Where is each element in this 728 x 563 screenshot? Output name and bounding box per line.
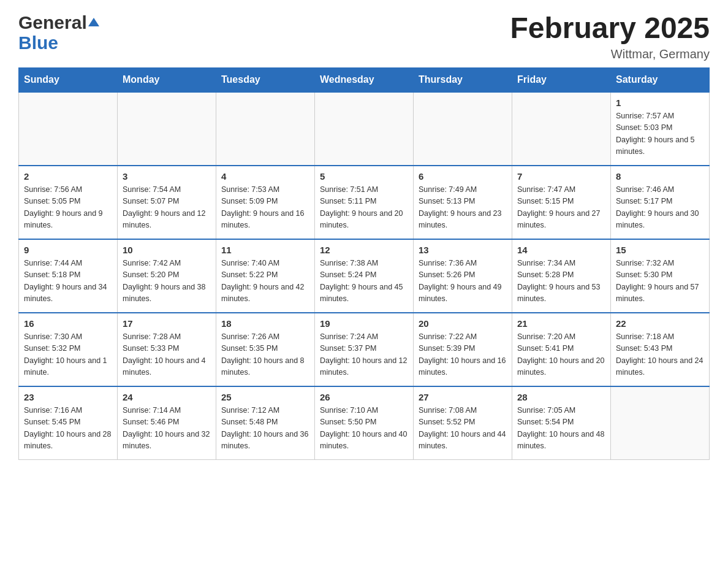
calendar-day-cell: 14Sunrise: 7:34 AM Sunset: 5:28 PM Dayli… (512, 239, 611, 313)
calendar-day-cell: 26Sunrise: 7:10 AM Sunset: 5:50 PM Dayli… (315, 386, 414, 460)
calendar-header-wednesday: Wednesday (315, 67, 414, 92)
calendar-day-cell (611, 386, 710, 460)
day-number: 21 (517, 318, 605, 329)
calendar-header-saturday: Saturday (611, 67, 710, 92)
day-info: Sunrise: 7:14 AM Sunset: 5:46 PM Dayligh… (123, 405, 211, 453)
day-info: Sunrise: 7:57 AM Sunset: 5:03 PM Dayligh… (616, 110, 704, 158)
day-info: Sunrise: 7:32 AM Sunset: 5:30 PM Dayligh… (616, 258, 704, 305)
day-number: 8 (616, 171, 704, 182)
day-info: Sunrise: 7:36 AM Sunset: 5:26 PM Dayligh… (419, 258, 507, 305)
day-info: Sunrise: 7:28 AM Sunset: 5:33 PM Dayligh… (123, 331, 211, 379)
calendar-day-cell: 11Sunrise: 7:40 AM Sunset: 5:22 PM Dayli… (216, 239, 315, 313)
calendar-day-cell: 23Sunrise: 7:16 AM Sunset: 5:45 PM Dayli… (19, 386, 118, 460)
day-number: 20 (419, 318, 507, 329)
calendar-day-cell (315, 92, 414, 166)
calendar-day-cell (216, 92, 315, 166)
day-info: Sunrise: 7:49 AM Sunset: 5:13 PM Dayligh… (419, 184, 507, 232)
day-number: 22 (616, 318, 704, 329)
day-number: 28 (517, 392, 605, 402)
day-number: 17 (123, 318, 211, 329)
calendar-day-cell (118, 92, 216, 166)
day-number: 27 (419, 392, 507, 402)
calendar-week-row: 23Sunrise: 7:16 AM Sunset: 5:45 PM Dayli… (19, 386, 710, 460)
calendar-day-cell: 24Sunrise: 7:14 AM Sunset: 5:46 PM Dayli… (118, 386, 216, 460)
day-info: Sunrise: 7:56 AM Sunset: 5:05 PM Dayligh… (24, 184, 112, 232)
calendar-day-cell: 25Sunrise: 7:12 AM Sunset: 5:48 PM Dayli… (216, 386, 315, 460)
page-header: General Blue February 2025 Wittmar, Germ… (18, 12, 710, 61)
calendar-day-cell: 19Sunrise: 7:24 AM Sunset: 5:37 PM Dayli… (315, 313, 414, 386)
title-area: February 2025 Wittmar, Germany (510, 12, 710, 61)
day-number: 18 (221, 318, 309, 329)
calendar-day-cell: 15Sunrise: 7:32 AM Sunset: 5:30 PM Dayli… (611, 239, 710, 313)
logo-general: General (18, 12, 99, 33)
day-info: Sunrise: 7:47 AM Sunset: 5:15 PM Dayligh… (517, 184, 605, 232)
day-info: Sunrise: 7:54 AM Sunset: 5:07 PM Dayligh… (123, 184, 211, 232)
day-number: 7 (517, 171, 605, 182)
day-number: 15 (616, 245, 704, 255)
calendar-day-cell: 10Sunrise: 7:42 AM Sunset: 5:20 PM Dayli… (118, 239, 216, 313)
calendar-header-monday: Monday (118, 67, 216, 92)
day-number: 10 (123, 245, 211, 255)
day-number: 25 (221, 392, 309, 402)
day-info: Sunrise: 7:30 AM Sunset: 5:32 PM Dayligh… (24, 331, 112, 379)
calendar-day-cell: 3Sunrise: 7:54 AM Sunset: 5:07 PM Daylig… (118, 166, 216, 239)
calendar-day-cell: 17Sunrise: 7:28 AM Sunset: 5:33 PM Dayli… (118, 313, 216, 386)
calendar-header-tuesday: Tuesday (216, 67, 315, 92)
calendar-day-cell: 16Sunrise: 7:30 AM Sunset: 5:32 PM Dayli… (19, 313, 118, 386)
day-number: 4 (221, 171, 309, 182)
calendar-day-cell: 1Sunrise: 7:57 AM Sunset: 5:03 PM Daylig… (611, 92, 710, 166)
day-info: Sunrise: 7:46 AM Sunset: 5:17 PM Dayligh… (616, 184, 704, 232)
calendar-day-cell (19, 92, 118, 166)
calendar-day-cell: 13Sunrise: 7:36 AM Sunset: 5:26 PM Dayli… (414, 239, 512, 313)
calendar-header-row: SundayMondayTuesdayWednesdayThursdayFrid… (19, 67, 710, 92)
day-number: 1 (616, 98, 704, 108)
day-number: 6 (419, 171, 507, 182)
calendar-day-cell: 6Sunrise: 7:49 AM Sunset: 5:13 PM Daylig… (414, 166, 512, 239)
calendar-day-cell: 20Sunrise: 7:22 AM Sunset: 5:39 PM Dayli… (414, 313, 512, 386)
day-info: Sunrise: 7:26 AM Sunset: 5:35 PM Dayligh… (221, 331, 309, 379)
day-number: 12 (320, 245, 408, 255)
day-number: 16 (24, 318, 112, 329)
calendar-day-cell: 28Sunrise: 7:05 AM Sunset: 5:54 PM Dayli… (512, 386, 611, 460)
calendar-day-cell: 5Sunrise: 7:51 AM Sunset: 5:11 PM Daylig… (315, 166, 414, 239)
day-info: Sunrise: 7:16 AM Sunset: 5:45 PM Dayligh… (24, 405, 112, 453)
calendar-day-cell: 12Sunrise: 7:38 AM Sunset: 5:24 PM Dayli… (315, 239, 414, 313)
calendar-day-cell: 7Sunrise: 7:47 AM Sunset: 5:15 PM Daylig… (512, 166, 611, 239)
day-number: 19 (320, 318, 408, 329)
calendar-day-cell: 27Sunrise: 7:08 AM Sunset: 5:52 PM Dayli… (414, 386, 512, 460)
calendar-week-row: 9Sunrise: 7:44 AM Sunset: 5:18 PM Daylig… (19, 239, 710, 313)
calendar-day-cell: 21Sunrise: 7:20 AM Sunset: 5:41 PM Dayli… (512, 313, 611, 386)
day-number: 13 (419, 245, 507, 255)
calendar-day-cell: 2Sunrise: 7:56 AM Sunset: 5:05 PM Daylig… (19, 166, 118, 239)
day-info: Sunrise: 7:08 AM Sunset: 5:52 PM Dayligh… (419, 405, 507, 453)
day-number: 24 (123, 392, 211, 402)
day-info: Sunrise: 7:38 AM Sunset: 5:24 PM Dayligh… (320, 258, 408, 305)
day-info: Sunrise: 7:51 AM Sunset: 5:11 PM Dayligh… (320, 184, 408, 232)
calendar-day-cell: 22Sunrise: 7:18 AM Sunset: 5:43 PM Dayli… (611, 313, 710, 386)
calendar-day-cell (512, 92, 611, 166)
day-number: 26 (320, 392, 408, 402)
day-info: Sunrise: 7:44 AM Sunset: 5:18 PM Dayligh… (24, 258, 112, 305)
day-info: Sunrise: 7:20 AM Sunset: 5:41 PM Dayligh… (517, 331, 605, 379)
calendar-table: SundayMondayTuesdayWednesdayThursdayFrid… (18, 67, 710, 461)
day-info: Sunrise: 7:18 AM Sunset: 5:43 PM Dayligh… (616, 331, 704, 379)
location: Wittmar, Germany (510, 47, 710, 61)
calendar-day-cell: 9Sunrise: 7:44 AM Sunset: 5:18 PM Daylig… (19, 239, 118, 313)
logo: General Blue (18, 12, 99, 53)
day-number: 5 (320, 171, 408, 182)
month-title: February 2025 (510, 12, 710, 45)
logo-triangle-icon (88, 18, 99, 26)
day-number: 23 (24, 392, 112, 402)
calendar-week-row: 16Sunrise: 7:30 AM Sunset: 5:32 PM Dayli… (19, 313, 710, 386)
day-info: Sunrise: 7:42 AM Sunset: 5:20 PM Dayligh… (123, 258, 211, 305)
calendar-day-cell: 8Sunrise: 7:46 AM Sunset: 5:17 PM Daylig… (611, 166, 710, 239)
calendar-day-cell: 18Sunrise: 7:26 AM Sunset: 5:35 PM Dayli… (216, 313, 315, 386)
calendar-day-cell (414, 92, 512, 166)
calendar-header-friday: Friday (512, 67, 611, 92)
day-info: Sunrise: 7:53 AM Sunset: 5:09 PM Dayligh… (221, 184, 309, 232)
calendar-week-row: 1Sunrise: 7:57 AM Sunset: 5:03 PM Daylig… (19, 92, 710, 166)
day-number: 3 (123, 171, 211, 182)
day-info: Sunrise: 7:05 AM Sunset: 5:54 PM Dayligh… (517, 405, 605, 453)
calendar-week-row: 2Sunrise: 7:56 AM Sunset: 5:05 PM Daylig… (19, 166, 710, 239)
day-info: Sunrise: 7:34 AM Sunset: 5:28 PM Dayligh… (517, 258, 605, 305)
